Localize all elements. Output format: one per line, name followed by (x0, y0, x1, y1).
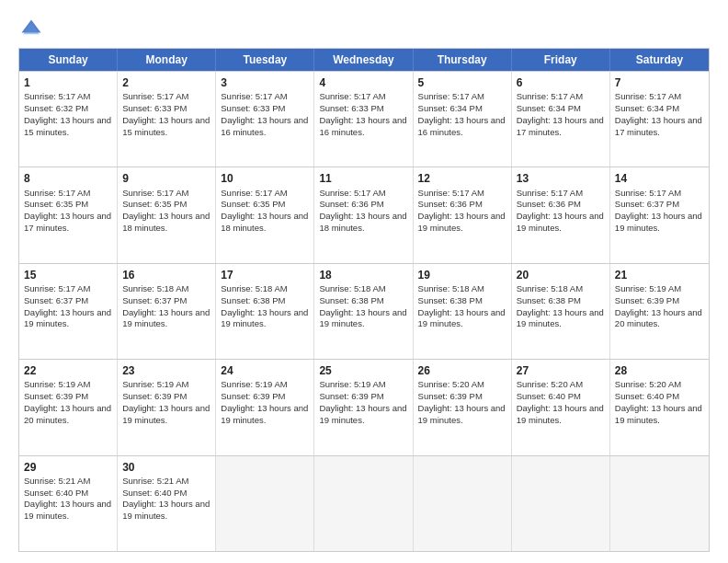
day-number: 29 (24, 460, 112, 475)
daylight-label: Daylight: 13 hours and 15 minutes. (122, 115, 210, 137)
header-day-wednesday: Wednesday (314, 49, 413, 71)
calendar-cell: 4Sunrise: 5:17 AMSunset: 6:33 PMDaylight… (314, 72, 413, 167)
day-number: 12 (418, 171, 506, 186)
calendar-cell: 8Sunrise: 5:17 AMSunset: 6:35 PMDaylight… (19, 167, 118, 262)
sunrise-label: Sunrise: 5:19 AM (615, 283, 681, 293)
day-number: 20 (517, 268, 605, 282)
sunrise-label: Sunrise: 5:17 AM (319, 91, 385, 101)
day-number: 14 (615, 171, 704, 186)
calendar-cell: 2Sunrise: 5:17 AMSunset: 6:33 PMDaylight… (118, 72, 216, 167)
day-number: 8 (24, 171, 112, 186)
daylight-label: Daylight: 13 hours and 19 minutes. (517, 211, 604, 233)
calendar-cell: 12Sunrise: 5:17 AMSunset: 6:36 PMDayligh… (414, 167, 512, 262)
sunrise-label: Sunrise: 5:18 AM (221, 283, 287, 293)
daylight-label: Daylight: 13 hours and 17 minutes. (615, 115, 702, 137)
sunrise-label: Sunrise: 5:17 AM (221, 188, 287, 198)
header-day-sunday: Sunday (19, 49, 118, 71)
sunset-label: Sunset: 6:33 PM (319, 103, 383, 113)
sunrise-label: Sunrise: 5:20 AM (517, 379, 583, 389)
sunrise-label: Sunrise: 5:17 AM (122, 91, 188, 101)
daylight-label: Daylight: 13 hours and 19 minutes. (615, 403, 702, 425)
calendar-cell: 30Sunrise: 5:21 AMSunset: 6:40 PMDayligh… (118, 456, 216, 551)
sunset-label: Sunset: 6:39 PM (24, 391, 88, 401)
calendar-cell: 3Sunrise: 5:17 AMSunset: 6:33 PMDaylight… (216, 72, 314, 167)
daylight-label: Daylight: 13 hours and 19 minutes. (24, 499, 111, 521)
sunset-label: Sunset: 6:38 PM (319, 295, 383, 305)
sunset-label: Sunset: 6:35 PM (24, 199, 88, 209)
sunrise-label: Sunrise: 5:18 AM (517, 283, 583, 293)
day-number: 13 (517, 171, 605, 186)
sunset-label: Sunset: 6:40 PM (24, 488, 88, 498)
daylight-label: Daylight: 13 hours and 19 minutes. (319, 307, 406, 329)
daylight-label: Daylight: 13 hours and 19 minutes. (615, 211, 702, 233)
calendar-cell: 26Sunrise: 5:20 AMSunset: 6:39 PMDayligh… (414, 360, 512, 454)
sunset-label: Sunset: 6:40 PM (615, 391, 679, 401)
calendar-body: 1Sunrise: 5:17 AMSunset: 6:32 PMDaylight… (19, 71, 709, 551)
header-day-monday: Monday (118, 49, 216, 71)
sunrise-label: Sunrise: 5:19 AM (319, 379, 385, 389)
sunset-label: Sunset: 6:34 PM (517, 103, 581, 113)
calendar-cell: 5Sunrise: 5:17 AMSunset: 6:34 PMDaylight… (414, 72, 512, 167)
sunrise-label: Sunrise: 5:18 AM (319, 283, 385, 293)
sunset-label: Sunset: 6:39 PM (418, 391, 483, 401)
calendar-cell: 7Sunrise: 5:17 AMSunset: 6:34 PMDaylight… (610, 72, 709, 167)
daylight-label: Daylight: 13 hours and 19 minutes. (319, 403, 406, 425)
daylight-label: Daylight: 13 hours and 16 minutes. (418, 115, 506, 137)
sunrise-label: Sunrise: 5:17 AM (615, 188, 681, 198)
daylight-label: Daylight: 13 hours and 20 minutes. (615, 307, 702, 329)
calendar-cell: 21Sunrise: 5:19 AMSunset: 6:39 PMDayligh… (610, 264, 709, 359)
day-number: 16 (122, 268, 210, 282)
daylight-label: Daylight: 13 hours and 18 minutes. (122, 211, 210, 233)
sunrise-label: Sunrise: 5:19 AM (24, 379, 90, 389)
calendar-cell: 14Sunrise: 5:17 AMSunset: 6:37 PMDayligh… (610, 167, 709, 262)
calendar-cell: 22Sunrise: 5:19 AMSunset: 6:39 PMDayligh… (19, 360, 118, 454)
calendar-cell: 16Sunrise: 5:18 AMSunset: 6:37 PMDayligh… (118, 264, 216, 359)
calendar-cell: 13Sunrise: 5:17 AMSunset: 6:36 PMDayligh… (512, 167, 610, 262)
daylight-label: Daylight: 13 hours and 19 minutes. (418, 307, 506, 329)
day-number: 25 (319, 363, 407, 378)
calendar-week-4: 22Sunrise: 5:19 AMSunset: 6:39 PMDayligh… (19, 359, 709, 454)
day-number: 10 (221, 171, 309, 186)
calendar-cell: 10Sunrise: 5:17 AMSunset: 6:35 PMDayligh… (216, 167, 314, 262)
day-number: 9 (122, 171, 210, 186)
day-number: 1 (24, 75, 112, 90)
day-number: 19 (418, 268, 506, 282)
day-number: 27 (517, 363, 605, 378)
day-number: 26 (418, 363, 506, 378)
sunrise-label: Sunrise: 5:17 AM (221, 91, 287, 101)
daylight-label: Daylight: 13 hours and 15 minutes. (24, 115, 111, 137)
header-day-saturday: Saturday (610, 49, 709, 71)
sunset-label: Sunset: 6:35 PM (122, 199, 187, 209)
sunset-label: Sunset: 6:33 PM (221, 103, 285, 113)
header-day-friday: Friday (512, 49, 610, 71)
daylight-label: Daylight: 13 hours and 17 minutes. (517, 115, 604, 137)
sunset-label: Sunset: 6:37 PM (24, 295, 88, 305)
day-number: 7 (615, 75, 704, 90)
day-number: 18 (319, 268, 407, 282)
sunrise-label: Sunrise: 5:21 AM (24, 476, 90, 486)
sunset-label: Sunset: 6:36 PM (319, 199, 383, 209)
calendar-cell: 25Sunrise: 5:19 AMSunset: 6:39 PMDayligh… (314, 360, 413, 454)
sunset-label: Sunset: 6:39 PM (319, 391, 383, 401)
daylight-label: Daylight: 13 hours and 19 minutes. (517, 307, 604, 329)
calendar-cell: 29Sunrise: 5:21 AMSunset: 6:40 PMDayligh… (19, 456, 118, 551)
sunrise-label: Sunrise: 5:17 AM (24, 188, 90, 198)
calendar-week-2: 8Sunrise: 5:17 AMSunset: 6:35 PMDaylight… (19, 167, 709, 262)
calendar-cell (414, 456, 512, 551)
day-number: 30 (122, 460, 210, 475)
daylight-label: Daylight: 13 hours and 19 minutes. (517, 403, 604, 425)
daylight-label: Daylight: 13 hours and 16 minutes. (319, 115, 406, 137)
sunset-label: Sunset: 6:33 PM (122, 103, 187, 113)
sunset-label: Sunset: 6:36 PM (517, 199, 581, 209)
calendar-cell (314, 456, 413, 551)
sunset-label: Sunset: 6:39 PM (615, 295, 679, 305)
calendar-cell: 27Sunrise: 5:20 AMSunset: 6:40 PMDayligh… (512, 360, 610, 454)
calendar-cell: 20Sunrise: 5:18 AMSunset: 6:38 PMDayligh… (512, 264, 610, 359)
calendar-cell: 15Sunrise: 5:17 AMSunset: 6:37 PMDayligh… (19, 264, 118, 359)
day-number: 17 (221, 268, 309, 282)
sunrise-label: Sunrise: 5:17 AM (122, 188, 188, 198)
daylight-label: Daylight: 13 hours and 20 minutes. (24, 403, 111, 425)
daylight-label: Daylight: 13 hours and 19 minutes. (418, 403, 506, 425)
calendar-cell: 19Sunrise: 5:18 AMSunset: 6:38 PMDayligh… (414, 264, 512, 359)
sunset-label: Sunset: 6:32 PM (24, 103, 88, 113)
